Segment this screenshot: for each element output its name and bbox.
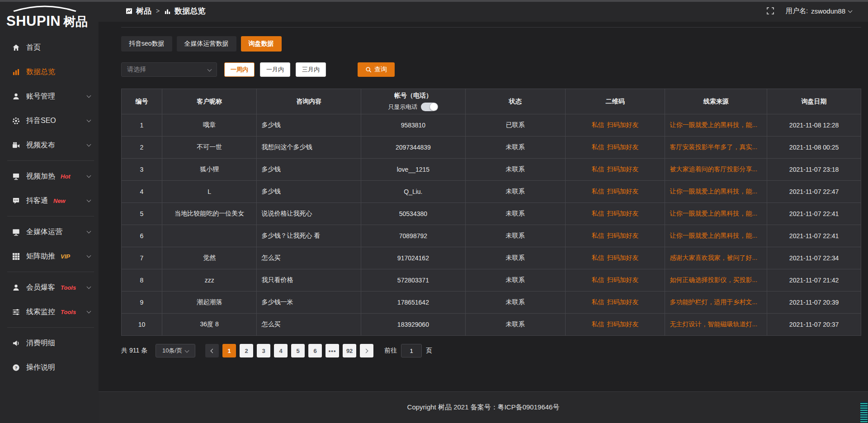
cell-date: 2021-11-07 22:34 bbox=[767, 247, 861, 269]
qr-link[interactable]: 私信 bbox=[592, 121, 604, 128]
cell-id: 4 bbox=[122, 181, 162, 203]
chevron-down-icon bbox=[185, 348, 189, 352]
qr-link[interactable]: 私信 bbox=[592, 210, 604, 217]
page-button-1[interactable]: 1 bbox=[222, 344, 236, 357]
qr-link[interactable]: 私信 bbox=[592, 320, 604, 328]
tab-omni-media-data[interactable]: 全媒体运营数据 bbox=[177, 36, 236, 52]
qr-link[interactable]: 私信 bbox=[592, 165, 604, 173]
sidebar-item-label: 视频发布 bbox=[26, 141, 55, 150]
sidebar-divider bbox=[7, 327, 94, 328]
page-button-3[interactable]: 3 bbox=[257, 344, 270, 357]
sidebar-item-label: 矩阵助推 bbox=[26, 252, 55, 261]
qr-link[interactable]: 扫码加好友 bbox=[607, 298, 639, 306]
sidebar-item-omni-media[interactable]: 全媒体运营 bbox=[0, 220, 99, 244]
cell-status: 未联系 bbox=[465, 136, 565, 159]
fullscreen-icon[interactable] bbox=[767, 7, 774, 14]
source-link[interactable]: 如何正确选择投影仪，买投影... bbox=[670, 276, 757, 283]
page-button-6[interactable]: 6 bbox=[308, 344, 322, 357]
sidebar-menu: 首页数据总览账号管理抖音SEO视频发布视频加热Hot抖客通New全媒体运营矩阵助… bbox=[0, 31, 99, 423]
sidebar-item-douketong[interactable]: 抖客通New bbox=[0, 188, 99, 213]
cell-qr: 私信扫码加好友 bbox=[565, 159, 665, 181]
cell-content: 怎么买 bbox=[257, 247, 361, 269]
page-button-2[interactable]: 2 bbox=[240, 344, 253, 357]
user-menu[interactable]: 用户名: zswodun88 bbox=[786, 7, 852, 15]
phone-toggle-label: 只显示电话 bbox=[388, 103, 417, 111]
footer: Copyright 树品 2021 备案号：粤ICP备09019646号 bbox=[99, 391, 868, 423]
chevron-left-icon bbox=[211, 348, 215, 353]
qr-link[interactable]: 扫码加好友 bbox=[607, 210, 639, 217]
phone-toggle[interactable] bbox=[421, 103, 438, 111]
page-ellipsis[interactable]: ••• bbox=[326, 344, 339, 357]
sidebar-item-video-publish[interactable]: 视频发布 bbox=[0, 133, 99, 157]
qr-link[interactable]: 扫码加好友 bbox=[607, 143, 639, 150]
sidebar-item-home[interactable]: 首页 bbox=[0, 35, 99, 60]
source-link[interactable]: 感谢大家喜欢我家，被问了好... bbox=[670, 254, 757, 261]
source-link[interactable]: 让你一眼就爱上的黑科技，能... bbox=[670, 188, 757, 195]
qr-link[interactable]: 扫码加好友 bbox=[607, 121, 639, 128]
user-label: 用户名: bbox=[786, 7, 808, 15]
cell-qr: 私信扫码加好友 bbox=[565, 136, 665, 159]
qr-link[interactable]: 扫码加好友 bbox=[607, 232, 639, 239]
sidebar-item-clue-monitor[interactable]: 线索监控Tools bbox=[0, 300, 99, 324]
chevron-down-icon bbox=[87, 254, 91, 258]
breadcrumb-root[interactable]: 树品 bbox=[136, 6, 151, 16]
qr-link[interactable]: 扫码加好友 bbox=[607, 165, 639, 173]
goto-page-input[interactable] bbox=[401, 344, 422, 357]
range-button-one-week[interactable]: 一周内 bbox=[224, 62, 255, 77]
chevron-down-icon bbox=[87, 229, 91, 234]
sidebar-item-account-management[interactable]: 账号管理 bbox=[0, 84, 99, 108]
breadcrumb-current-icon bbox=[164, 8, 171, 14]
qr-link[interactable]: 扫码加好友 bbox=[607, 188, 639, 195]
sidebar-item-video-heating[interactable]: 视频加热Hot bbox=[0, 164, 99, 188]
content: 抖音seo数据全媒体运营数据询盘数据 请选择 一周内一月内三月内 查询 bbox=[99, 22, 868, 391]
source-link[interactable]: 被大家追着问的客厅投影分享... bbox=[670, 165, 757, 173]
cell-date: 2021-11-08 00:25 bbox=[767, 136, 861, 159]
sidebar-item-matrix-boost[interactable]: 矩阵助推VIP bbox=[0, 244, 99, 268]
source-link[interactable]: 多功能护栏灯，适用于乡村文... bbox=[670, 298, 757, 306]
source-link[interactable]: 让你一眼就爱上的黑科技，能... bbox=[670, 121, 757, 128]
qr-link[interactable]: 扫码加好友 bbox=[607, 276, 639, 283]
qr-link[interactable]: 私信 bbox=[592, 143, 604, 150]
range-button-one-month[interactable]: 一月内 bbox=[260, 62, 290, 77]
sidebar-item-member-burst[interactable]: 会员爆客Tools bbox=[0, 275, 99, 300]
qr-link[interactable]: 私信 bbox=[592, 188, 604, 195]
sidebar-item-consumption-detail[interactable]: 消费明细 bbox=[0, 331, 99, 355]
topbar: 树品 > 数据总览 用户名: zswodun88 bbox=[99, 0, 868, 22]
cell-date: 2021-11-07 20:39 bbox=[767, 291, 861, 314]
cell-source: 多功能护栏灯，适用于乡村文... bbox=[665, 291, 767, 314]
source-link[interactable]: 让你一眼就爱上的黑科技，能... bbox=[670, 210, 757, 217]
qr-link[interactable]: 私信 bbox=[592, 254, 604, 261]
sidebar-item-data-overview[interactable]: 数据总览 bbox=[0, 60, 99, 84]
qr-link[interactable]: 私信 bbox=[592, 232, 604, 239]
cell-nickname: 当地比较能吃的一位美女 bbox=[162, 203, 256, 225]
page-button-4[interactable]: 4 bbox=[274, 344, 288, 357]
source-link[interactable]: 无主灯设计，智能磁吸轨道灯... bbox=[670, 320, 757, 328]
range-button-three-months[interactable]: 三月内 bbox=[296, 62, 326, 77]
source-link[interactable]: 让你一眼就爱上的黑科技，能... bbox=[670, 232, 757, 239]
qr-link[interactable]: 私信 bbox=[592, 276, 604, 283]
page-button-5[interactable]: 5 bbox=[291, 344, 305, 357]
filter-select[interactable]: 请选择 bbox=[121, 62, 217, 77]
qr-link[interactable]: 扫码加好友 bbox=[607, 254, 639, 261]
filter-row: 请选择 一周内一月内三月内 查询 bbox=[121, 62, 861, 77]
qr-link[interactable]: 扫码加好友 bbox=[607, 320, 639, 328]
cell-status: 未联系 bbox=[465, 181, 565, 203]
tab-inquiry-data[interactable]: 询盘数据 bbox=[241, 36, 282, 52]
source-link[interactable]: 客厅安装投影半年多了，真实... bbox=[670, 143, 757, 150]
cell-id: 5 bbox=[122, 203, 162, 225]
col-source: 线索来源 bbox=[665, 89, 767, 114]
logo-text-cn: 树品 bbox=[63, 16, 88, 28]
sidebar-item-instructions[interactable]: ?操作说明 bbox=[0, 355, 99, 380]
cell-nickname: 狐小狸 bbox=[162, 159, 256, 181]
prev-page-button[interactable] bbox=[205, 344, 219, 357]
cell-account: Q_Liu. bbox=[361, 181, 466, 203]
search-button[interactable]: 查询 bbox=[358, 62, 395, 77]
sidebar-item-douyin-seo[interactable]: 抖音SEO bbox=[0, 108, 99, 133]
tab-douyin-seo-data[interactable]: 抖音seo数据 bbox=[121, 36, 172, 52]
cell-nickname: L bbox=[162, 181, 256, 203]
sidebar-item-badge: New bbox=[53, 197, 66, 204]
qr-link[interactable]: 私信 bbox=[592, 298, 604, 306]
next-page-button[interactable] bbox=[360, 344, 373, 357]
page-size-select[interactable]: 10条/页 bbox=[156, 344, 195, 357]
page-button-92[interactable]: 92 bbox=[343, 344, 356, 357]
